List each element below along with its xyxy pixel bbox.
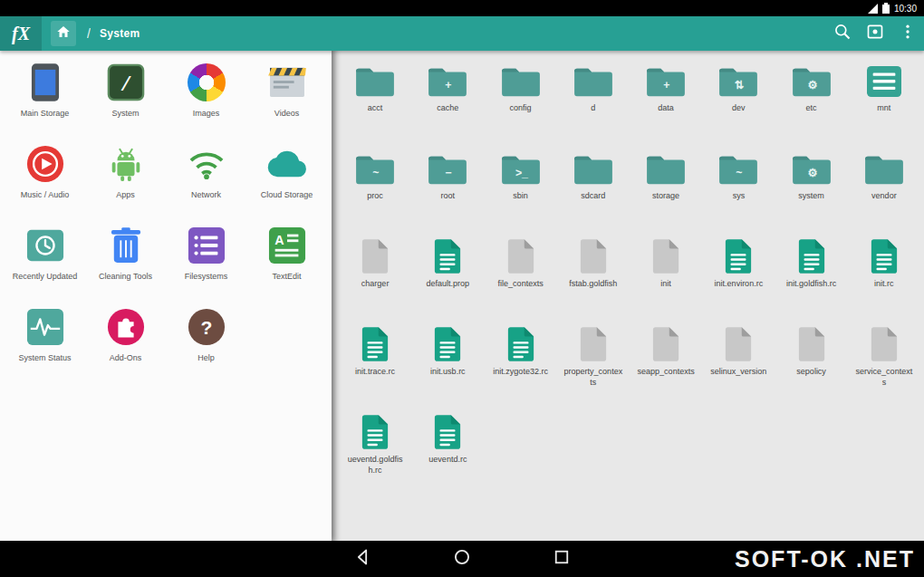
file-init-trace-rc[interactable]: init.trace.rc [339, 323, 411, 411]
file-ueventd-goldfish-rc[interactable]: ueventd.goldfish.rc [339, 411, 411, 499]
entry-label: init.environ.rc [715, 279, 764, 290]
overflow-icon [899, 23, 917, 44]
folder-dev[interactable]: ⇅dev [702, 60, 775, 148]
shortcuts-panel: Main Storage/SystemImagesVideosMusic / A… [0, 51, 332, 541]
folder-proc[interactable]: ~proc [339, 148, 411, 236]
shortcut-cloud-storage[interactable]: Cloud Storage [246, 143, 327, 217]
file-sepolicy[interactable]: sepolicy [775, 323, 848, 411]
overview-icon [866, 23, 884, 44]
shortcut-label: Cloud Storage [261, 190, 313, 200]
file-init-zygote32-rc[interactable]: init.zygote32.rc [485, 323, 557, 411]
folder-system[interactable]: ⚙system [775, 148, 848, 236]
recents-button[interactable] [550, 547, 573, 571]
app-logo[interactable]: fX [0, 16, 42, 51]
home-button[interactable] [51, 21, 76, 46]
folder-etc[interactable]: ⚙etc [775, 60, 848, 148]
shortcut-label: Add-Ons [110, 353, 142, 363]
entry-label: vendor [871, 191, 897, 202]
shortcut-help[interactable]: ?Help [166, 306, 246, 380]
entry-label: proc [367, 191, 383, 202]
textedit-icon: A [268, 225, 306, 266]
shortcut-textedit[interactable]: ATextEdit [246, 225, 327, 299]
folder-icon: ~ [717, 150, 759, 187]
entry-label: ueventd.goldfish.rc [345, 455, 405, 476]
home-icon [55, 24, 72, 43]
shortcut-images[interactable]: Images [166, 62, 246, 136]
file-icon [361, 326, 390, 362]
play-icon [26, 143, 64, 185]
folder-icon [573, 63, 614, 99]
file-icon [361, 414, 390, 450]
shortcut-label: Videos [274, 109, 299, 119]
colorwheel-icon [188, 62, 226, 103]
file-init-environ-rc[interactable]: init.environ.rc [702, 236, 775, 323]
entry-label: init [660, 279, 671, 290]
shortcut-add-ons[interactable]: Add-Ons [85, 306, 166, 380]
folder-icon [863, 150, 905, 187]
shortcut-cleaning-tools[interactable]: Cleaning Tools [85, 225, 166, 299]
file-charger[interactable]: charger [339, 236, 411, 323]
search-button[interactable] [826, 16, 859, 51]
shortcut-recently-updated[interactable]: Recently Updated [5, 225, 85, 299]
svg-text:~: ~ [736, 167, 743, 179]
file-file-contexts[interactable]: file_contexts [485, 236, 557, 323]
shortcut-apps[interactable]: Apps [85, 143, 166, 217]
recents-icon [553, 548, 571, 570]
home-nav-button[interactable] [450, 547, 474, 571]
svg-text:>_: >_ [515, 167, 528, 179]
entry-label: service_contexts [854, 367, 914, 388]
file-ueventd-rc[interactable]: ueventd.rc [411, 411, 484, 499]
folder-cache[interactable]: +cache [411, 60, 484, 148]
svg-text:?: ? [200, 317, 212, 338]
file-icon [651, 326, 680, 362]
back-button[interactable] [351, 547, 374, 571]
folder-data[interactable]: +data [630, 60, 702, 148]
entry-label: init.usb.rc [430, 367, 466, 378]
file-init-goldfish-rc[interactable]: init.goldfish.rc [775, 236, 848, 323]
battery-icon [882, 3, 890, 14]
shortcut-filesystems[interactable]: Filesystems [166, 225, 246, 299]
entry-label: etc [806, 103, 817, 114]
entry-label: dev [732, 103, 746, 114]
file-icon [724, 326, 753, 362]
back-icon [353, 548, 371, 570]
folder-mnt[interactable]: mnt [848, 60, 920, 148]
svg-text:⚙: ⚙ [807, 79, 817, 91]
file-init[interactable]: init [630, 236, 702, 323]
shortcut-network[interactable]: Network [166, 143, 246, 217]
entry-label: init.trace.rc [355, 367, 395, 378]
folder-d[interactable]: d [557, 60, 630, 148]
folder-icon: ~ [354, 150, 396, 187]
shortcut-music-audio[interactable]: Music / Audio [5, 143, 85, 217]
shortcut-system-status[interactable]: System Status [5, 306, 85, 380]
file-icon [433, 326, 462, 362]
folder-acct[interactable]: acct [339, 60, 411, 148]
file-fstab-goldfish[interactable]: fstab.goldfish [557, 236, 630, 323]
file-property-contexts[interactable]: property_contexts [557, 323, 630, 411]
shortcut-videos[interactable]: Videos [246, 62, 327, 136]
file-icon [579, 326, 608, 362]
breadcrumb-path[interactable]: System [100, 27, 140, 40]
file-init-rc[interactable]: init.rc [848, 236, 920, 323]
file-default-prop[interactable]: default.prop [411, 236, 484, 323]
folder-storage[interactable]: storage [630, 148, 702, 236]
file-service-contexts[interactable]: service_contexts [848, 323, 920, 411]
shortcut-system[interactable]: /System [85, 62, 166, 136]
folder-vendor[interactable]: vendor [848, 148, 920, 236]
folder-root[interactable]: −root [411, 148, 484, 236]
file-icon [797, 326, 826, 362]
clockbox-icon [26, 225, 64, 266]
overview-button[interactable] [859, 16, 891, 51]
folder-sys[interactable]: ~sys [702, 148, 775, 236]
folder-config[interactable]: config [485, 60, 557, 148]
shortcut-main-storage[interactable]: Main Storage [5, 62, 85, 136]
shortcut-label: Music / Audio [21, 190, 70, 200]
folder-sdcard[interactable]: sdcard [557, 148, 630, 236]
file-init-usb-rc[interactable]: init.usb.rc [411, 323, 484, 411]
folder-sbin[interactable]: >_sbin [485, 148, 557, 236]
file-icon [870, 238, 899, 274]
file-seapp-contexts[interactable]: seapp_contexts [630, 323, 702, 411]
overflow-menu-button[interactable] [891, 16, 924, 51]
shortcut-label: System Status [18, 353, 71, 363]
file-selinux-version[interactable]: selinux_version [702, 323, 775, 411]
